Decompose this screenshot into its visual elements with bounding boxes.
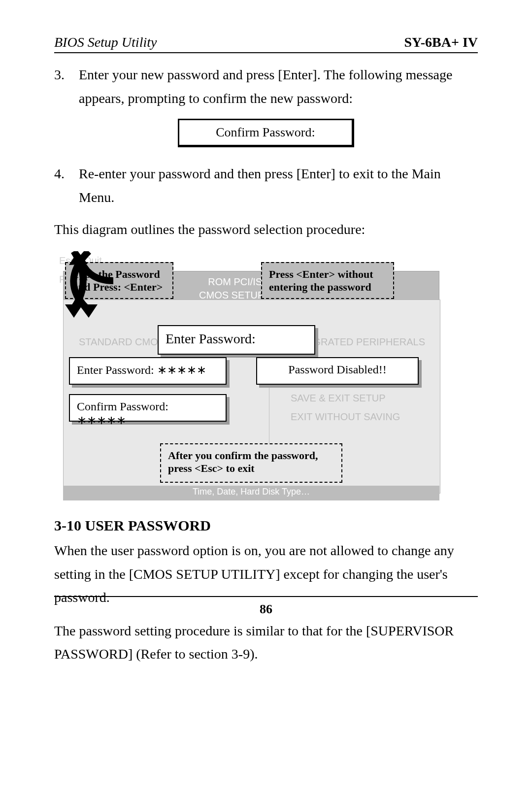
page-header: BIOS Setup Utility SY-6BA+ IV (54, 34, 478, 53)
confirm-password-stars: Confirm Password: ∗∗∗∗∗ (69, 394, 227, 422)
step-4: 4. Re-enter your password and then press… (54, 162, 478, 209)
bios-footer: Time, Date, Hard Disk Type… (63, 486, 439, 500)
step-number: 3. (54, 63, 79, 110)
enter-password-dialog: Enter Password: (158, 325, 315, 355)
step-text: Re-enter your password and then press [E… (79, 162, 478, 209)
svg-marker-1 (79, 304, 98, 318)
menu-item: EXIT WITHOUT SAVING (291, 407, 425, 426)
header-left: BIOS Setup Utility (54, 34, 157, 50)
section-paragraph: The password setting procedure is simila… (54, 619, 478, 666)
password-diagram: ROM PCI/ISA BIOS CMOS SETUP UTILITY AWAR… (59, 251, 443, 498)
svg-marker-2 (69, 251, 88, 265)
page-number: 86 (260, 602, 272, 616)
page-footer: 86 (54, 596, 478, 617)
callout-esc-exit: After you confirm the password, press <E… (160, 443, 342, 483)
menu-item: SAVE & EXIT SETUP (291, 389, 425, 407)
confirm-password-box: Confirm Password: (178, 119, 354, 147)
header-right: SY-6BA+ IV (404, 34, 478, 50)
section-title: 3-10 USER PASSWORD (54, 517, 478, 534)
step-text: Enter your new password and press [Enter… (79, 63, 478, 110)
enter-password-stars: Enter Password: ∗∗∗∗∗ (69, 357, 227, 385)
step-3: 3. Enter your new password and press [En… (54, 63, 478, 110)
callout-press-enter: Press <Enter> without entering the passw… (261, 262, 394, 299)
password-disabled-dialog: Password Disabled!! (256, 357, 419, 385)
step-number: 4. (54, 162, 79, 209)
diagram-intro: This diagram outlines the password selec… (54, 218, 478, 241)
